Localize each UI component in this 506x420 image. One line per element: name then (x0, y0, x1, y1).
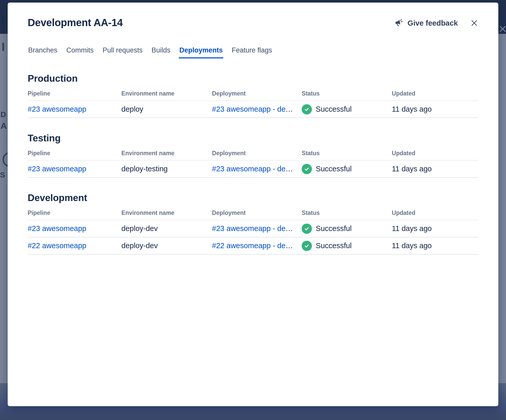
background-close-icon (498, 25, 506, 33)
column-header-status: Status (302, 90, 392, 97)
column-header-pipeline: Pipeline (28, 209, 121, 216)
pipeline-link[interactable]: #23 awesomeapp (28, 224, 86, 233)
table-header: Pipeline Environment name Deployment Sta… (28, 90, 478, 101)
column-header-pipeline: Pipeline (28, 90, 121, 97)
pipeline-link[interactable]: #23 awesomeapp (28, 105, 86, 113)
status-label: Successful (316, 224, 352, 233)
megaphone-icon (394, 18, 405, 28)
background-text-fragment: A (1, 121, 7, 130)
column-header-deployment: Deployment (212, 90, 302, 97)
environment-name: deploy-testing (121, 165, 212, 173)
updated-text: 11 days ago (392, 242, 478, 250)
status-badge: Successful (302, 241, 392, 251)
updated-text: 11 days ago (392, 224, 478, 233)
environment-name: deploy-dev (121, 224, 212, 233)
column-header-environment: Environment name (121, 150, 212, 157)
success-check-icon (302, 241, 312, 251)
table-row: #23 awesomeapp deploy #23 awesomeapp - d… (28, 101, 478, 118)
table-row: #23 awesomeapp deploy-dev #23 awesomeapp… (28, 220, 478, 237)
tab-pull-requests[interactable]: Pull requests (102, 45, 143, 58)
deployment-link[interactable]: #22 awesomeapp - dep... (212, 242, 296, 250)
section-development: Development Pipeline Environment name De… (28, 193, 478, 255)
column-header-updated: Updated (392, 209, 478, 216)
background-text-fragment: S (0, 171, 5, 179)
pipeline-link[interactable]: #23 awesomeapp (28, 165, 86, 173)
background-text-fragment: D (1, 111, 6, 118)
column-header-pipeline: Pipeline (28, 150, 121, 157)
column-header-deployment: Deployment (212, 150, 302, 157)
status-label: Successful (316, 165, 352, 173)
success-check-icon (302, 224, 312, 234)
deployment-link[interactable]: #23 awesomeapp - dep... (212, 224, 296, 233)
background-page-right-edge (498, 0, 506, 420)
dialog-title: Development AA-14 (28, 17, 123, 28)
section-title: Development (28, 193, 478, 203)
close-dialog-button[interactable] (470, 19, 478, 27)
environment-name: deploy-dev (121, 242, 212, 250)
give-feedback-button[interactable]: Give feedback (395, 18, 458, 28)
status-label: Successful (316, 242, 352, 250)
section-title: Testing (28, 133, 478, 144)
column-header-updated: Updated (392, 90, 478, 97)
status-badge: Successful (302, 104, 392, 114)
table-header: Pipeline Environment name Deployment Sta… (28, 209, 478, 220)
status-badge: Successful (302, 164, 392, 174)
status-badge: Successful (302, 224, 392, 234)
give-feedback-label: Give feedback (407, 19, 458, 27)
background-page-left-edge: I D A S (0, 0, 8, 420)
tab-branches[interactable]: Branches (28, 45, 58, 58)
header-actions: Give feedback (395, 17, 478, 28)
tab-commits[interactable]: Commits (66, 45, 94, 58)
background-avatar-circle (3, 152, 8, 167)
updated-text: 11 days ago (392, 165, 478, 173)
table-header: Pipeline Environment name Deployment Sta… (28, 150, 478, 161)
section-production: Production Pipeline Environment name Dep… (28, 73, 478, 118)
column-header-status: Status (302, 209, 392, 216)
dialog-tabs: Branches Commits Pull requests Builds De… (28, 45, 478, 58)
column-header-environment: Environment name (121, 209, 212, 216)
column-header-status: Status (302, 150, 392, 157)
column-header-updated: Updated (392, 150, 478, 157)
status-label: Successful (316, 105, 352, 113)
section-testing: Testing Pipeline Environment name Deploy… (28, 133, 478, 178)
dialog-header: Development AA-14 Give feedback (28, 17, 478, 28)
deployment-link[interactable]: #23 awesomeapp - dep... (212, 165, 296, 173)
tab-deployments[interactable]: Deployments (179, 45, 223, 58)
environment-name: deploy (121, 105, 212, 113)
section-title: Production (28, 73, 478, 84)
table-row: #23 awesomeapp deploy-testing #23 awesom… (28, 161, 478, 178)
success-check-icon (302, 164, 312, 174)
column-header-deployment: Deployment (212, 209, 302, 216)
tab-feature-flags[interactable]: Feature flags (231, 45, 273, 58)
column-header-environment: Environment name (121, 90, 212, 97)
success-check-icon (302, 104, 312, 114)
updated-text: 11 days ago (392, 105, 478, 113)
deployments-dialog: Development AA-14 Give feedback Branches… (8, 3, 498, 406)
pipeline-link[interactable]: #22 awesomeapp (28, 242, 86, 250)
tab-builds[interactable]: Builds (151, 45, 171, 58)
deployment-link[interactable]: #23 awesomeapp - dep... (212, 105, 296, 113)
table-row: #22 awesomeapp deploy-dev #22 awesomeapp… (28, 237, 478, 255)
close-icon (470, 19, 478, 27)
background-text-fragment: I (2, 41, 5, 53)
